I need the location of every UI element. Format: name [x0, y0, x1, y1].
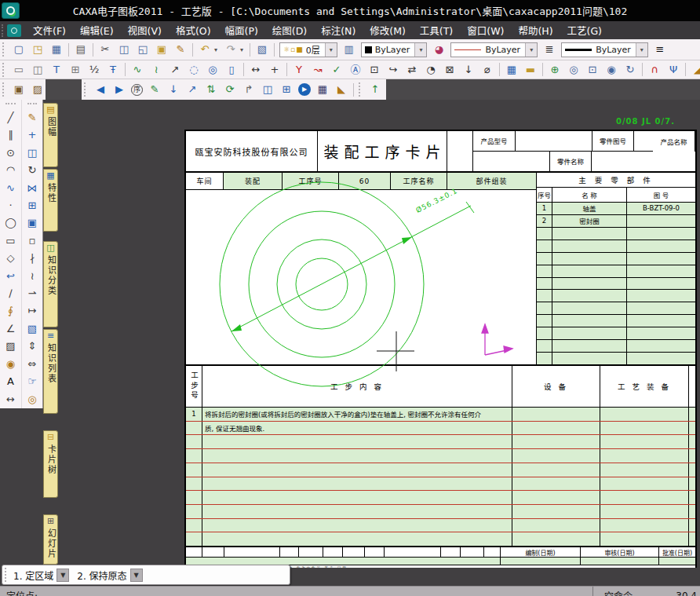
redo-button[interactable]: ↷ [222, 42, 239, 57]
ellipse-tool[interactable]: ◯ [0, 214, 21, 232]
dim-edit-button[interactable]: ⌀ [479, 62, 496, 78]
print-button[interactable]: ▤ [72, 42, 89, 57]
open-button[interactable]: ◳ [29, 42, 46, 57]
circle-tool[interactable]: ⊙ [0, 144, 21, 162]
rectangle-tool[interactable]: ▭ [0, 232, 21, 250]
tab-sheet[interactable]: ▤图幅 [43, 103, 58, 167]
break-tool[interactable]: ∤ [22, 250, 42, 267]
cut-button[interactable]: ✂ [97, 42, 114, 57]
detail-table-button[interactable]: ⊞ [67, 62, 84, 78]
color-combo-dropdown[interactable]: ▾ [414, 43, 426, 57]
extend-tool[interactable]: ↦ [22, 302, 42, 320]
import-card-button[interactable]: ↑ [366, 82, 384, 97]
clean-card-button[interactable]: ◣ [333, 82, 350, 97]
zoom-dynamic-button[interactable]: ◎ [565, 62, 582, 78]
parallel-tool[interactable]: ∥ [0, 126, 21, 144]
color-combo[interactable]: ByLayer▾ [361, 42, 428, 57]
toolbar-grip[interactable] [2, 63, 6, 77]
ray-tool[interactable]: ∕ [0, 285, 21, 302]
card-table-fix-button[interactable]: ▨ [29, 82, 46, 97]
guide-nav-button[interactable]: Ψ [665, 62, 682, 78]
delete-page-button[interactable]: ↗ [184, 82, 201, 97]
menu-tools[interactable]: 工具(T) [413, 20, 460, 40]
wavy-line-button[interactable]: ∿ [129, 62, 146, 78]
lineweight-combo[interactable]: ByLayer▾ [561, 42, 648, 57]
stretch-tool[interactable]: ⇔ [22, 356, 42, 373]
drawing-canvas[interactable]: 瓯宝安防科技股份有限公司 装配工序卡片 产品型号 零件图号 产品名称 零件名称 [59, 100, 700, 596]
extract-card-button[interactable]: ↱ [240, 82, 257, 97]
cylinder-button[interactable]: ▯ [223, 62, 240, 78]
lineweight-combo-dropdown[interactable]: ▾ [636, 43, 647, 57]
toolbar-grip[interactable] [359, 82, 363, 97]
text-block-button[interactable]: T [48, 62, 65, 78]
zoom-window-button[interactable]: ⊡ [584, 62, 601, 78]
hatch-tool[interactable]: ▨ [0, 338, 21, 355]
tab-knowledge-category[interactable]: ◫知识分类 [43, 241, 58, 327]
color-palette-button[interactable]: ◕ [430, 42, 447, 57]
menu-dimension[interactable]: 标注(N) [314, 20, 363, 40]
copy-basepoint-button[interactable]: ◱ [134, 42, 151, 57]
symbol-tool[interactable]: ◉ [0, 356, 21, 373]
tab-card-tree[interactable]: ⊟卡片树 [43, 430, 58, 498]
menu-modify[interactable]: 修改(M) [363, 20, 413, 40]
menu-view[interactable]: 视图(V) [121, 20, 169, 40]
clip-tool[interactable]: ▫ [22, 232, 42, 250]
undo-dropdown[interactable]: ▾ [214, 46, 221, 53]
toolbar-grip[interactable] [2, 82, 6, 97]
box-dim-button[interactable]: ⊠ [441, 62, 458, 78]
option-region-combo[interactable]: 1. 定区域 ▼ [13, 569, 69, 582]
next-card-button[interactable]: ▶ [111, 82, 128, 97]
leader-dim-button[interactable]: ↝ [309, 62, 326, 78]
menu-file[interactable]: 文件(F) [26, 20, 73, 40]
axis-tool[interactable]: ∠ [0, 320, 21, 338]
snap-magnet-button[interactable]: ∩ [646, 62, 663, 78]
card-grid-button[interactable]: ⊞ [278, 82, 295, 97]
sweep-brush-button[interactable]: ◢ [689, 62, 700, 78]
menubar-grip[interactable] [2, 24, 5, 37]
linetype-manager-button[interactable]: ≣ [541, 42, 558, 57]
option-keep-state-dropdown[interactable]: ▼ [130, 569, 143, 582]
paste-button[interactable]: ▣ [153, 42, 170, 57]
menu-edit[interactable]: 编辑(E) [73, 20, 121, 40]
menu-format[interactable]: 格式(O) [169, 20, 218, 40]
sphere-dim-button[interactable]: ◔ [422, 62, 439, 78]
rotate-view-button[interactable]: ↻ [622, 62, 639, 78]
text-tool[interactable]: A [0, 373, 21, 390]
coord-dim-button[interactable]: + [266, 62, 283, 78]
copy-card-button[interactable]: ◫ [259, 82, 276, 97]
optionbar-grip[interactable] [5, 568, 9, 582]
ole-object-button[interactable]: ▧ [253, 42, 271, 57]
palette-grip[interactable] [5, 103, 16, 108]
formula-curve-tool[interactable]: ∮ [0, 302, 21, 320]
pan-view-button[interactable]: ⊕ [546, 62, 563, 78]
swap-pages-button[interactable]: ⇅ [202, 82, 220, 97]
option-keep-state-combo[interactable]: 2. 保持原态 ▼ [77, 569, 142, 582]
save-button[interactable]: ▦ [48, 42, 65, 57]
fill-card-button[interactable]: ✎ [146, 82, 163, 97]
menu-draw[interactable]: 绘图(D) [265, 20, 314, 40]
menu-process[interactable]: 工艺(G) [560, 20, 609, 40]
mirror-tool[interactable]: ⋈ [22, 180, 42, 197]
polygon-tool[interactable]: ◇ [0, 250, 21, 267]
zigzag-line-button[interactable]: ≀ [148, 62, 165, 78]
copy-tool[interactable]: ◫ [22, 144, 42, 162]
export-card-button[interactable]: ↓ [385, 82, 386, 97]
prev-card-button[interactable]: ◀ [92, 82, 109, 97]
table-fill-button[interactable]: Ŧ [104, 62, 122, 78]
menu-paper[interactable]: 幅面(P) [218, 20, 265, 40]
arc-tool[interactable]: ◠ [0, 162, 21, 179]
angle-dim-button[interactable]: Y [290, 62, 308, 78]
document-icon[interactable] [7, 24, 21, 37]
layer-settings-button[interactable]: ▥ [341, 42, 358, 57]
sequence-number-button[interactable]: 序 [131, 84, 143, 96]
dimension-tool[interactable]: ↔ [0, 391, 21, 408]
datum-symbol-button[interactable]: Ⓐ [347, 62, 364, 78]
redo-dropdown[interactable]: ▾ [240, 46, 247, 53]
card-edit-button[interactable]: ▣ [10, 82, 27, 97]
frame-settings-button[interactable]: ▭ [10, 62, 27, 78]
cloud-line-button[interactable]: ◌ [185, 62, 202, 78]
tag-tool[interactable]: ◎ [22, 391, 42, 408]
new-button[interactable]: ▢ [10, 42, 27, 57]
rotate-tool[interactable]: ↻ [22, 162, 42, 179]
copy-button[interactable]: ◫ [115, 42, 133, 57]
